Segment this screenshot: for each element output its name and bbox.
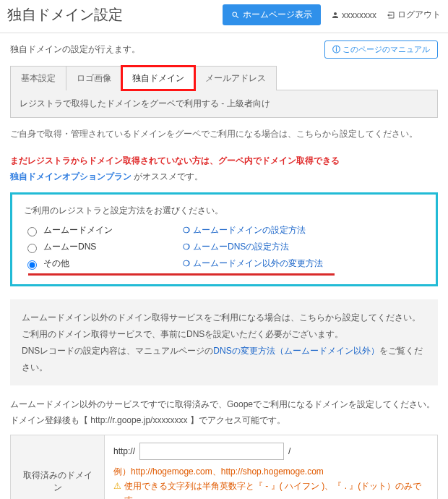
page-title: 独自ドメイン設定: [7, 5, 223, 25]
radio-other[interactable]: [27, 260, 37, 270]
logout-icon: [387, 11, 395, 20]
logout-link[interactable]: ログアウト: [387, 9, 441, 21]
radio-muumuu-domain[interactable]: [27, 227, 37, 236]
other-registrar-info: ムームードメイン以外のドメイン取得サービスをご利用になる場合は、こちらから設定し…: [10, 299, 438, 385]
registrar-lead: ご利用のレジストラと設定方法をお選びください。: [24, 205, 424, 217]
warning-tail: がオススメです。: [134, 171, 203, 182]
manual-button[interactable]: ⓘ このページのマニュアル: [324, 40, 438, 59]
info-icon: ❍: [183, 242, 190, 252]
protocol-label: http://: [113, 446, 135, 456]
self-manage-note: ご自身で取得・管理されているドメインをグーペでご利用になる場合は、こちらから設定…: [10, 127, 438, 142]
dns-manual-link[interactable]: DNSの変更方法（ムームードメイン以外）: [213, 346, 379, 356]
registrar-selection-box: ご利用のレジストラと設定方法をお選びください。 ムームードメイン ❍ ムームード…: [10, 192, 438, 286]
warning-icon: ⚠: [113, 479, 121, 493]
info-icon: ⓘ: [332, 45, 340, 54]
logout-label: ログアウト: [397, 9, 441, 21]
radio-label-2: ムームーDNS: [43, 241, 96, 253]
link-label-1: ムームードメインの設定方法: [193, 224, 306, 236]
domain-row-label: 取得済みのドメイン: [11, 435, 105, 499]
tabs: 基本設定 ロゴ画像 独自ドメイン メールアドレス: [10, 66, 438, 90]
intro-text: 独自ドメインの設定が行えます。: [10, 43, 324, 56]
recommendation-warning: まだレジストラからドメイン取得されていない方は、グーペ内でドメイン取得できる 独…: [10, 153, 438, 186]
warning-line1: まだレジストラからドメイン取得されていない方は、グーペ内でドメイン取得できる: [10, 155, 340, 166]
registrar-help-link-2[interactable]: ❍ ムームーDNSの設定方法: [183, 241, 424, 253]
link-label-2: ムームーDNSの設定方法: [193, 241, 289, 253]
para-line1: ムームードメイン以外のサービスですでに取得済みで、Goopeでご利用になるドメイ…: [10, 397, 438, 413]
username-label: xxxxxxxx: [342, 10, 376, 20]
graybox-line1: ムームードメイン以外のドメイン取得サービスをご利用になる場合は、こちらから設定し…: [22, 310, 426, 326]
info-icon: ❍: [183, 226, 190, 235]
registrar-help-link-3[interactable]: ❍ ムームードメイン以外の変更方法: [183, 257, 424, 270]
domain-example: 例）http://hogemoge.com、http://shop.hogemo…: [113, 466, 428, 478]
tab-basic[interactable]: 基本設定: [10, 66, 66, 90]
warning-plan-link[interactable]: 独自ドメインオプションプラン: [10, 171, 132, 182]
panel-heading: レジストラで取得したドメインをグーペで利用する - 上級者向け: [10, 90, 438, 118]
registrar-option-other[interactable]: その他: [24, 257, 183, 270]
registrar-option-muumuu-domain[interactable]: ムームードメイン: [24, 224, 183, 236]
user-icon: [331, 11, 340, 20]
registrar-help-link-1[interactable]: ❍ ムームードメインの設定方法: [183, 224, 424, 236]
para-line2: ドメイン登録後も【 http://r.goope.jp/xxxxxxxx 】でア…: [10, 413, 438, 429]
homepage-button[interactable]: ホームページ表示: [223, 4, 321, 25]
tab-domain[interactable]: 独自ドメイン: [121, 66, 195, 90]
radio-label-3: その他: [43, 257, 69, 270]
manual-button-label: このページのマニュアル: [343, 45, 430, 54]
tab-mail[interactable]: メールアドレス: [194, 66, 277, 90]
domain-form-table: 取得済みのドメイン http:// / 例）http://hogemoge.co…: [10, 435, 438, 499]
registrar-option-muumuu-dns[interactable]: ムームーDNS: [24, 241, 183, 253]
highlight-underline: [28, 273, 335, 276]
tab-logo[interactable]: ロゴ画像: [66, 66, 122, 90]
homepage-button-label: ホームページ表示: [243, 9, 312, 21]
info-icon: ❍: [183, 259, 190, 268]
radio-label-1: ムームードメイン: [43, 224, 113, 236]
warn-chars: 使用できる文字列は半角英数字と『 - 』( ハイフン )、『 . 』(ドット）の…: [124, 479, 428, 499]
user-menu[interactable]: xxxxxxxx: [331, 10, 376, 20]
graybox-line2: ご利用のドメイン取得サービスで、事前にDNSを設定いただく必要がございます。: [22, 326, 426, 343]
radio-muumuu-dns[interactable]: [27, 244, 37, 253]
link-label-3: ムームードメイン以外の変更方法: [193, 257, 323, 270]
slash-label: /: [288, 446, 290, 456]
domain-instructions: ムームードメイン以外のサービスですでに取得済みで、Goopeでご利用になるドメイ…: [10, 397, 438, 428]
search-icon: [231, 11, 240, 20]
domain-input[interactable]: [139, 443, 284, 460]
graybox-line3a: DNSレコードの設定内容は、マニュアルページの: [22, 346, 213, 356]
